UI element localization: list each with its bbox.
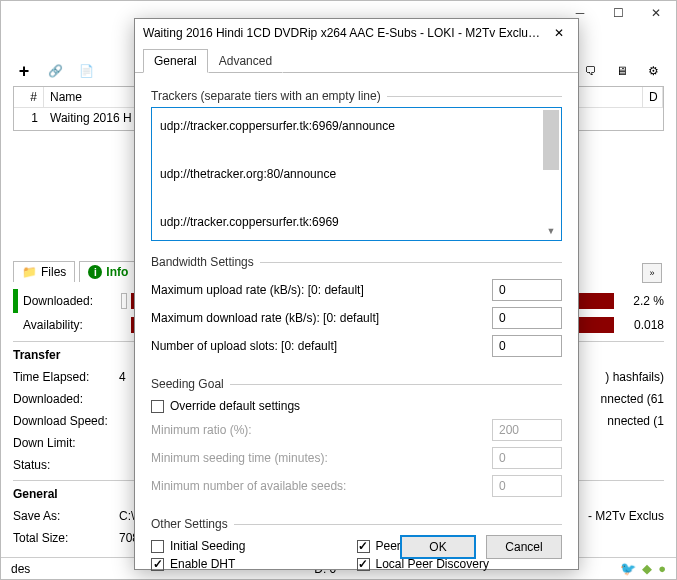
initial-seeding-label: Initial Seeding (170, 539, 245, 553)
green-strip (13, 289, 18, 313)
min-seeds-field (492, 475, 562, 497)
bandwidth-legend: Bandwidth Settings (151, 255, 260, 269)
max-upload-field[interactable] (492, 279, 562, 301)
add-button[interactable]: + (10, 59, 38, 83)
new-torrent-button[interactable]: 📄 (72, 59, 100, 83)
initial-seeding-checkbox[interactable] (151, 540, 164, 553)
ok-button[interactable]: OK (400, 535, 476, 559)
availability-val: 0.018 (614, 318, 664, 332)
max-download-field[interactable] (492, 307, 562, 329)
add-link-button[interactable]: 🔗 (41, 59, 69, 83)
trackers-legend: Trackers (separate tiers with an empty l… (151, 89, 387, 103)
min-seeds-label: Minimum number of available seeds: (151, 479, 492, 493)
override-checkbox[interactable] (151, 400, 164, 413)
max-download-label: Maximum download rate (kB/s): [0: defaul… (151, 311, 492, 325)
lpd-checkbox[interactable] (357, 558, 370, 571)
close-icon[interactable]: ✕ (544, 23, 574, 43)
col-d[interactable]: D (643, 87, 663, 107)
dialog-title: Waiting 2016 Hindi 1CD DVDRip x264 AAC E… (143, 26, 544, 40)
android-icon[interactable]: ◆ (642, 561, 652, 576)
bg-close[interactable]: ✕ (637, 2, 675, 24)
trackers-textarea[interactable]: udp://tracker.coppersurfer.tk:6969/annou… (151, 107, 562, 241)
cancel-button[interactable]: Cancel (486, 535, 562, 559)
dot-icon[interactable]: ● (658, 561, 666, 576)
tab-info[interactable]: iInfo (79, 261, 137, 282)
enable-dht-checkbox[interactable] (151, 558, 164, 571)
trackers-scrollbar[interactable]: ▼ (543, 110, 559, 238)
trackers-content: udp://tracker.coppersurfer.tk:6969/annou… (160, 114, 553, 241)
tab-files[interactable]: 📁Files (13, 261, 75, 282)
remote-button[interactable]: 🖥 (608, 59, 636, 83)
min-ratio-label: Minimum ratio (%): (151, 423, 492, 437)
status-left: des (11, 562, 30, 576)
downloaded-pct: 2.2 % (614, 294, 664, 308)
tab-general[interactable]: General (143, 49, 208, 73)
twitter-icon[interactable]: 🐦 (620, 561, 636, 576)
min-time-field (492, 447, 562, 469)
enable-dht-label: Enable DHT (170, 557, 235, 571)
min-time-label: Minimum seeding time (minutes): (151, 451, 492, 465)
availability-label: Availability: (13, 318, 121, 332)
upload-slots-label: Number of upload slots: [0: default] (151, 339, 492, 353)
properties-dialog: Waiting 2016 Hindi 1CD DVDRip x264 AAC E… (134, 18, 579, 570)
override-label: Override default settings (170, 399, 300, 413)
rss-button[interactable]: 🗨 (577, 59, 605, 83)
other-legend: Other Settings (151, 517, 234, 531)
seeding-legend: Seeding Goal (151, 377, 230, 391)
bg-maximize[interactable]: ☐ (599, 2, 637, 24)
expand-button[interactable]: » (642, 263, 662, 283)
tab-advanced[interactable]: Advanced (208, 49, 283, 73)
downloaded-label: Downloaded: (13, 294, 121, 308)
lpd-label: Local Peer Discovery (376, 557, 489, 571)
upload-slots-field[interactable] (492, 335, 562, 357)
settings-button[interactable]: ⚙ (639, 59, 667, 83)
col-num[interactable]: # (14, 87, 44, 107)
max-upload-label: Maximum upload rate (kB/s): [0: default] (151, 283, 492, 297)
peer-exchange-checkbox[interactable] (357, 540, 370, 553)
min-ratio-field (492, 419, 562, 441)
